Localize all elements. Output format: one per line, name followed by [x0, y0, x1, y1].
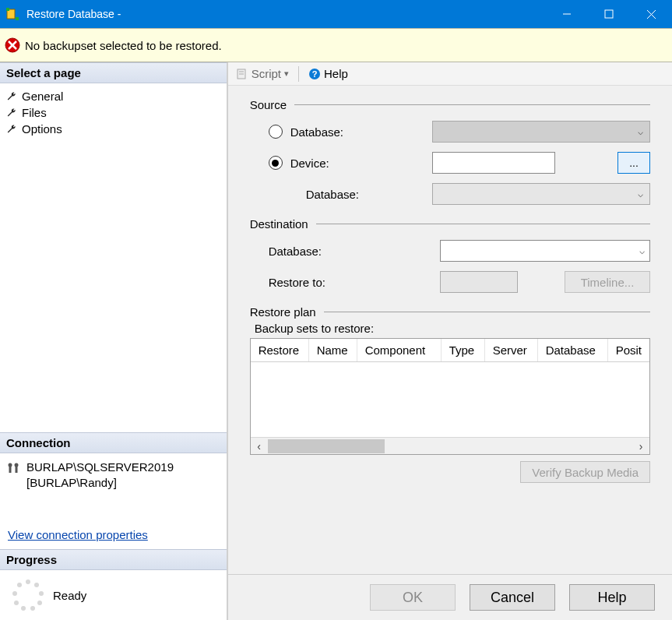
source-device-db-select[interactable]: ⌵	[432, 183, 650, 205]
progress-header: Progress	[0, 549, 227, 570]
table-body	[251, 362, 649, 437]
divider	[324, 312, 650, 312]
wrench-icon	[6, 91, 17, 102]
chevron-down-icon: ⌵	[639, 245, 645, 256]
svg-rect-12	[9, 467, 12, 473]
maximize-button[interactable]	[588, 0, 630, 28]
progress-status: Ready	[53, 589, 86, 602]
restore-plan-group: Restore plan	[250, 305, 650, 319]
select-page-header: Select a page	[0, 62, 227, 83]
script-icon	[236, 68, 248, 80]
help-icon: ?	[308, 68, 321, 80]
help-footer-button[interactable]: Help	[569, 584, 655, 611]
source-label: Source	[250, 98, 287, 111]
spinner-icon	[11, 578, 45, 612]
scroll-left-icon[interactable]: ‹	[251, 440, 268, 453]
svg-point-19	[21, 606, 26, 611]
source-database-radio[interactable]	[269, 125, 283, 139]
connection-user: [BURLAP\Randy]	[26, 475, 174, 491]
source-device-db-label: Database:	[306, 188, 359, 201]
verify-label: Verify Backup Media	[532, 466, 639, 479]
col-server[interactable]: Server	[485, 339, 538, 361]
page-item-label: General	[22, 90, 63, 103]
svg-text:?: ?	[312, 69, 318, 79]
page-item-label: Files	[22, 106, 47, 119]
svg-point-10	[9, 463, 12, 467]
browse-device-button[interactable]: ...	[617, 152, 650, 174]
page-item-files[interactable]: Files	[0, 104, 227, 121]
close-button[interactable]	[630, 0, 672, 28]
help-label: Help	[324, 67, 348, 80]
source-database-label: Database:	[290, 125, 343, 139]
page-item-options[interactable]: Options	[0, 121, 227, 137]
svg-point-20	[14, 601, 19, 605]
progress-block: Ready	[0, 570, 227, 620]
message-bar: No backupset selected to be restored.	[0, 28, 672, 62]
timeline-label: Timeline...	[581, 276, 635, 289]
right-pane: Script ▾ ? Help Source Database:	[228, 62, 672, 620]
col-name[interactable]: Name	[309, 339, 357, 361]
scroll-right-icon[interactable]: ›	[632, 440, 649, 453]
browse-label: ...	[629, 157, 639, 169]
svg-point-18	[30, 606, 35, 611]
svg-point-21	[12, 591, 17, 596]
destination-label: Destination	[250, 217, 308, 231]
toolbar: Script ▾ ? Help	[228, 62, 672, 86]
divider	[316, 224, 650, 224]
svg-point-14	[26, 579, 30, 584]
connection-server: BURLAP\SQLSERVER2019	[26, 460, 174, 475]
page-item-label: Options	[22, 122, 62, 136]
horizontal-scrollbar[interactable]: ‹ ›	[251, 437, 649, 454]
dest-database-label: Database:	[269, 245, 322, 258]
table-header: Restore Name Component Type Server Datab…	[251, 339, 649, 362]
script-label: Script	[252, 67, 281, 80]
connection-text: BURLAP\SQLSERVER2019 [BURLAP\Randy]	[26, 460, 174, 491]
svg-point-22	[17, 583, 22, 587]
chevron-down-icon: ⌵	[638, 126, 643, 137]
dest-restore-to-label: Restore to:	[269, 276, 325, 289]
cancel-label: Cancel	[491, 590, 534, 606]
svg-point-16	[39, 591, 44, 596]
device-path-input[interactable]	[432, 152, 555, 174]
col-position[interactable]: Posit	[608, 339, 649, 361]
svg-rect-4	[605, 10, 613, 18]
minimize-button[interactable]	[546, 0, 588, 28]
col-type[interactable]: Type	[442, 339, 485, 361]
svg-rect-13	[16, 467, 18, 473]
timeline-button: Timeline...	[565, 271, 650, 293]
source-database-select: ⌵	[432, 121, 650, 143]
cancel-button[interactable]: Cancel	[470, 584, 555, 611]
app-icon	[6, 8, 19, 20]
view-connection-properties-link[interactable]: View connection properties	[0, 528, 227, 549]
divider	[294, 104, 650, 105]
col-restore[interactable]: Restore	[251, 339, 309, 361]
svg-rect-1	[6, 8, 9, 11]
toolbar-separator	[298, 66, 299, 82]
svg-rect-2	[16, 17, 19, 20]
window-title: Restore Database -	[26, 8, 546, 20]
scroll-track[interactable]	[268, 438, 632, 454]
svg-point-11	[15, 463, 19, 467]
ok-label: OK	[403, 590, 423, 606]
verify-backup-media-button: Verify Backup Media	[520, 461, 650, 483]
page-item-general[interactable]: General	[0, 88, 227, 104]
chevron-down-icon: ⌵	[638, 188, 643, 199]
col-database[interactable]: Database	[538, 339, 608, 361]
server-icon	[6, 461, 20, 491]
col-component[interactable]: Component	[357, 339, 442, 361]
error-icon	[5, 37, 20, 53]
source-group: Source	[250, 98, 650, 111]
wrench-icon	[6, 107, 17, 118]
dest-database-combo[interactable]: ⌵	[440, 240, 650, 262]
help-button[interactable]: ? Help	[305, 65, 351, 82]
backup-sets-table[interactable]: Restore Name Component Type Server Datab…	[250, 338, 650, 455]
svg-point-17	[37, 601, 42, 605]
restore-to-input	[440, 271, 518, 293]
wrench-icon	[6, 124, 17, 135]
connection-header: Connection	[0, 432, 227, 453]
source-device-radio[interactable]	[269, 156, 283, 170]
scroll-thumb[interactable]	[268, 439, 385, 453]
restore-plan-label: Restore plan	[250, 305, 316, 319]
script-button[interactable]: Script ▾	[233, 65, 292, 82]
form-area: Source Database: ⌵ Device:	[228, 86, 672, 574]
